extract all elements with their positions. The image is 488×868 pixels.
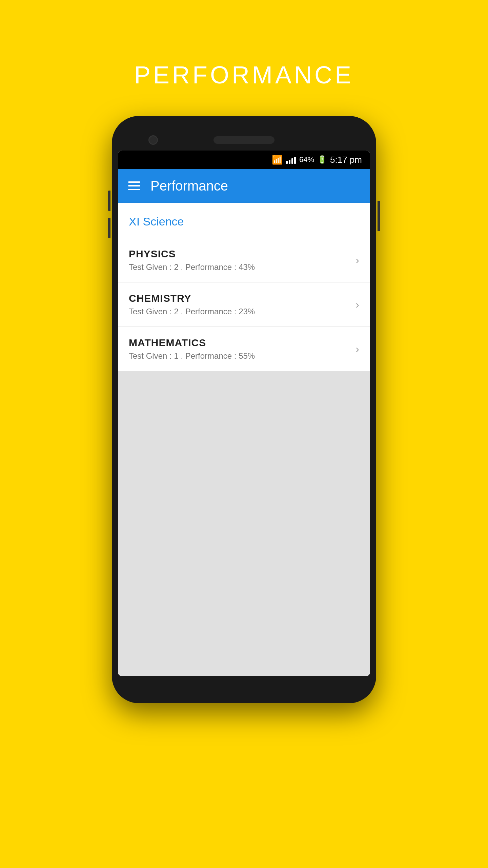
chevron-right-icon: › xyxy=(355,254,359,267)
page-title: PERFORMANCE xyxy=(134,61,354,89)
phone-screen: 📶 64% 🔋 5:17 pm xyxy=(118,151,370,676)
mathematics-info: MATHEMATICS Test Given : 1 . Performance… xyxy=(129,337,255,361)
mathematics-name: MATHEMATICS xyxy=(129,337,255,349)
hamburger-menu-button[interactable] xyxy=(128,181,140,190)
chevron-right-icon: › xyxy=(355,298,359,311)
phone-shell: 📶 64% 🔋 5:17 pm xyxy=(112,116,376,703)
status-icons: 📶 64% 🔋 5:17 pm xyxy=(272,155,362,165)
app-bar: Performance xyxy=(118,169,370,203)
status-bar: 📶 64% 🔋 5:17 pm xyxy=(118,151,370,169)
card-header: XI Science xyxy=(118,203,370,238)
signal-icon xyxy=(286,156,296,164)
phone-top-bar xyxy=(118,136,370,144)
app-bar-title: Performance xyxy=(150,178,228,194)
chemistry-info: CHEMISTRY Test Given : 2 . Performance :… xyxy=(129,293,255,316)
mathematics-meta: Test Given : 1 . Performance : 55% xyxy=(129,351,255,361)
chevron-right-icon: › xyxy=(355,343,359,355)
battery-icon: 🔋 xyxy=(318,155,327,164)
physics-info: PHYSICS Test Given : 2 . Performance : 4… xyxy=(129,248,255,272)
physics-meta: Test Given : 2 . Performance : 43% xyxy=(129,262,255,272)
battery-percent: 64% xyxy=(299,155,314,164)
subject-item-mathematics[interactable]: MATHEMATICS Test Given : 1 . Performance… xyxy=(118,327,370,371)
volume-up-button xyxy=(108,191,110,211)
wifi-icon: 📶 xyxy=(272,155,283,165)
power-button xyxy=(378,201,380,231)
status-time: 5:17 pm xyxy=(330,155,362,165)
front-camera xyxy=(148,135,158,145)
chemistry-meta: Test Given : 2 . Performance : 23% xyxy=(129,307,255,316)
chemistry-name: CHEMISTRY xyxy=(129,293,255,304)
phone-speaker xyxy=(214,136,274,144)
class-label: XI Science xyxy=(129,215,184,228)
empty-area xyxy=(118,371,370,676)
content-area: XI Science PHYSICS Test Given : 2 . Perf… xyxy=(118,203,370,676)
physics-name: PHYSICS xyxy=(129,248,255,260)
subject-item-chemistry[interactable]: CHEMISTRY Test Given : 2 . Performance :… xyxy=(118,282,370,327)
subjects-card: XI Science PHYSICS Test Given : 2 . Perf… xyxy=(118,203,370,371)
volume-down-button xyxy=(108,218,110,238)
subject-item-physics[interactable]: PHYSICS Test Given : 2 . Performance : 4… xyxy=(118,238,370,282)
